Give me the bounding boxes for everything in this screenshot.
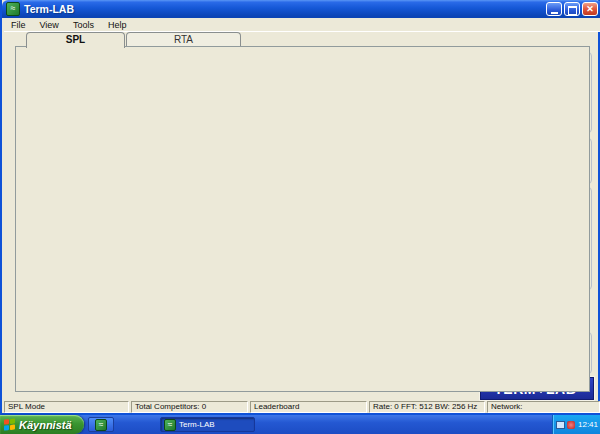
tab-spl[interactable]: SPL bbox=[26, 32, 125, 48]
status-mode: SPL Mode bbox=[4, 401, 129, 413]
status-competitors: Total Competitors: 0 bbox=[131, 401, 248, 413]
status-leaderboard: Leaderboard bbox=[250, 401, 367, 413]
start-button-label: Käynnistä bbox=[19, 419, 72, 431]
screen: ≈ Term-LAB ✕ File View Tools Help SPL RT… bbox=[0, 0, 600, 434]
term-lab-icon: ≈ bbox=[164, 419, 176, 431]
maximize-button[interactable] bbox=[564, 2, 580, 16]
quick-launch-button[interactable]: ≈ bbox=[88, 417, 114, 432]
tab-rta[interactable]: RTA bbox=[126, 32, 241, 47]
taskbar-window-button[interactable]: ≈ Term-LAB bbox=[160, 417, 255, 432]
status-rate: Rate: 0 FFT: 512 BW: 256 Hz bbox=[369, 401, 485, 413]
menu-help[interactable]: Help bbox=[101, 20, 134, 30]
taskbar-button-label: Term-LAB bbox=[179, 420, 215, 429]
app-icon[interactable]: ≈ bbox=[6, 2, 20, 16]
tab-page bbox=[15, 46, 590, 392]
clock: 12:41 bbox=[578, 420, 598, 429]
app-window: ≈ Term-LAB ✕ File View Tools Help SPL RT… bbox=[0, 0, 600, 415]
taskbar: Käynnistä ≈ ≈ Term-LAB 12:41 bbox=[0, 415, 600, 434]
status-bar: SPL Mode Total Competitors: 0 Leaderboar… bbox=[4, 401, 600, 413]
minimize-button[interactable] bbox=[546, 2, 562, 16]
menu-tools[interactable]: Tools bbox=[66, 20, 101, 30]
windows-flag-icon bbox=[4, 418, 16, 430]
status-network: Network: bbox=[487, 401, 600, 413]
window-title: Term-LAB bbox=[24, 3, 546, 15]
volume-tray-icon[interactable] bbox=[567, 421, 575, 429]
term-lab-icon: ≈ bbox=[95, 419, 107, 431]
close-button[interactable]: ✕ bbox=[582, 2, 598, 16]
window-controls: ✕ bbox=[546, 2, 598, 16]
menu-view[interactable]: View bbox=[33, 20, 66, 30]
start-button[interactable]: Käynnistä bbox=[0, 415, 84, 434]
menu-file[interactable]: File bbox=[4, 20, 33, 30]
system-tray: 12:41 bbox=[552, 415, 600, 434]
menu-bar: File View Tools Help bbox=[4, 18, 600, 32]
title-bar[interactable]: ≈ Term-LAB ✕ bbox=[2, 0, 600, 18]
display-tray-icon[interactable] bbox=[556, 421, 565, 429]
